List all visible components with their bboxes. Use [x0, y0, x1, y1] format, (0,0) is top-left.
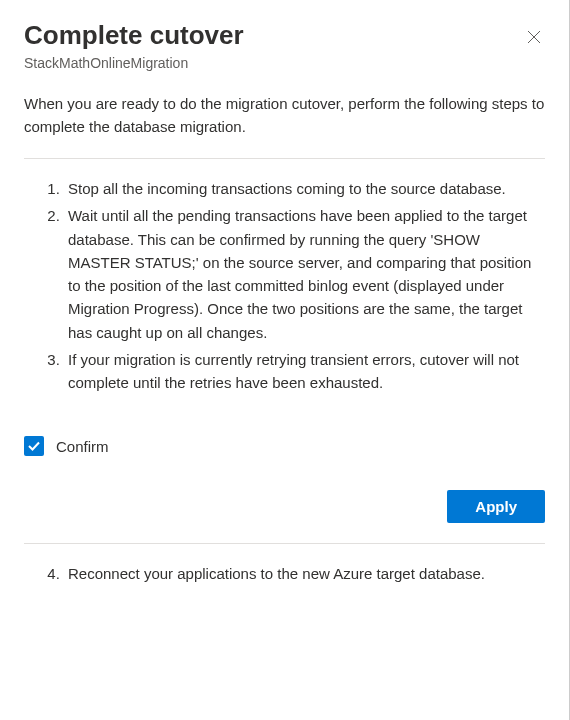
apply-button[interactable]: Apply — [447, 490, 545, 523]
intro-text: When you are ready to do the migration c… — [24, 93, 545, 138]
close-icon[interactable] — [523, 26, 545, 51]
panel-title: Complete cutover — [24, 20, 244, 51]
list-item: Reconnect your applications to the new A… — [64, 562, 545, 585]
list-item: Stop all the incoming transactions comin… — [64, 177, 545, 200]
check-icon — [27, 439, 41, 453]
confirm-checkbox[interactable] — [24, 436, 44, 456]
list-item: If your migration is currently retrying … — [64, 348, 545, 395]
steps-list: Stop all the incoming transactions comin… — [24, 177, 545, 394]
confirm-row: Confirm — [24, 436, 545, 456]
divider — [24, 158, 545, 159]
list-item: Wait until all the pending transactions … — [64, 204, 545, 344]
after-steps-list: Reconnect your applications to the new A… — [24, 562, 545, 585]
panel-subtitle: StackMathOnlineMigration — [24, 55, 545, 71]
confirm-label: Confirm — [56, 438, 109, 455]
button-row: Apply — [24, 490, 545, 523]
divider — [24, 543, 545, 544]
